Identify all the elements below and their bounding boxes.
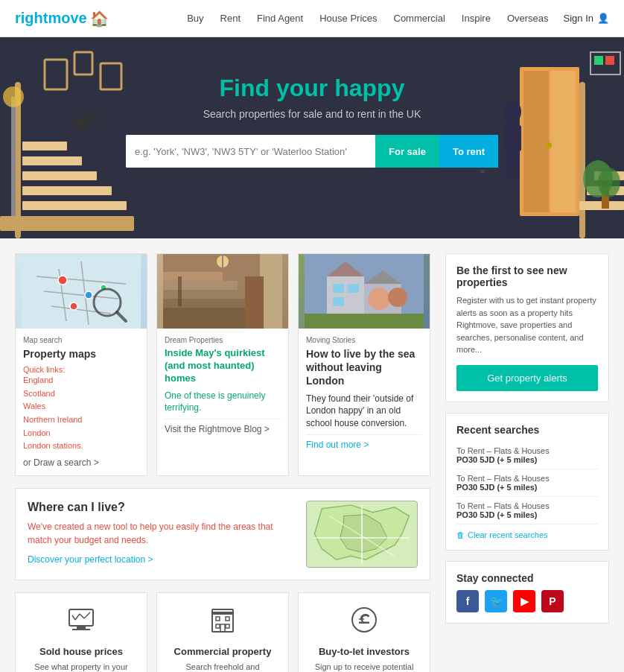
nav-overseas[interactable]: Overseas <box>507 13 549 24</box>
buy-to-let-icon <box>311 605 418 640</box>
rightmove-blog-link[interactable]: Visit the Rightmove Blog > <box>165 419 281 434</box>
svg-rect-4 <box>22 171 97 180</box>
link-wales[interactable]: Wales <box>23 400 139 413</box>
svg-point-47 <box>85 291 92 299</box>
commercial-property-card: Commercial property Search freehold and … <box>156 592 289 672</box>
social-icons-row: f 🐦 ▶ P <box>456 590 598 612</box>
where-desc-before: We've created a new tool to help you eas… <box>28 522 255 532</box>
logo-text: rightmove <box>15 10 87 27</box>
link-england[interactable]: England <box>23 374 139 387</box>
recent-searches-title: Recent searches <box>456 424 598 436</box>
card-category-map: Map search <box>23 336 139 344</box>
logo[interactable]: rightmove 🏠 <box>15 10 109 28</box>
svg-point-94 <box>352 608 376 632</box>
svg-rect-55 <box>163 290 252 299</box>
stay-connected-section: Stay connected f 🐦 ▶ P <box>445 561 609 624</box>
nav-house-prices[interactable]: House Prices <box>319 13 377 24</box>
twitter-icon[interactable]: 🐦 <box>485 590 507 612</box>
where-desc-after: match your budget and needs. <box>28 535 148 545</box>
map-thumbnail-svg <box>22 254 141 329</box>
recent-item-2-type: To Rent – Flats & Houses <box>456 474 598 483</box>
recent-search-item-1[interactable]: To Rent – Flats & Houses PO30 5JD (+ 5 m… <box>456 442 598 469</box>
svg-point-74 <box>388 288 407 307</box>
youtube-icon[interactable]: ▶ <box>513 590 535 612</box>
svg-rect-93 <box>220 624 225 632</box>
for-sale-button[interactable]: For sale <box>375 135 439 168</box>
svg-rect-87 <box>212 612 233 632</box>
to-rent-button[interactable]: To rent <box>439 135 498 168</box>
buy-to-let-desc: Sign up to receive potential investment … <box>311 662 418 672</box>
navigation: rightmove 🏠 Buy Rent Find Agent House Pr… <box>0 0 624 37</box>
location-search-input[interactable] <box>126 135 375 168</box>
svg-rect-82 <box>72 629 90 630</box>
svg-rect-2 <box>22 201 127 210</box>
get-property-alerts-button[interactable]: Get property alerts <box>456 365 598 391</box>
map-search-card: Map search Property maps Quick links: En… <box>15 253 147 476</box>
property-alerts-section: Be the first to see new properties Regis… <box>445 253 609 402</box>
recent-item-3-location: PO30 5JD (+ 5 miles) <box>456 510 598 519</box>
recent-search-item-2[interactable]: To Rent – Flats & Houses PO30 5JD (+ 5 m… <box>456 469 598 497</box>
buy-to-let-card: Buy-to-let investors Sign up to receive … <box>298 592 430 672</box>
sold-house-prices-card: Sold house prices See what property in y… <box>15 592 147 672</box>
nav-buy[interactable]: Buy <box>187 13 203 24</box>
map-quick-links: Quick links: England Scotland Wales Nort… <box>23 365 139 453</box>
svg-rect-56 <box>163 281 238 290</box>
hero-content: Find your happy Search properties for sa… <box>0 37 624 168</box>
dream-properties-card: Dream Properties Inside May's quirkiest … <box>156 253 289 476</box>
link-london[interactable]: London <box>23 427 139 440</box>
card-title-dream: Inside May's quirkiest (and most haunted… <box>165 347 281 385</box>
map-search-image <box>16 254 147 329</box>
nav-find-agent[interactable]: Find Agent <box>257 13 303 24</box>
recent-item-3-type: To Rent – Flats & Houses <box>456 501 598 510</box>
card-desc-dream: One of these is genuinely terrifying. <box>165 390 281 415</box>
facebook-icon[interactable]: f <box>456 590 479 612</box>
svg-rect-80 <box>69 609 93 626</box>
where-can-i-live-card: Where can I live? We've created a new to… <box>15 488 430 580</box>
commercial-title: Commercial property <box>169 646 276 657</box>
svg-line-86 <box>84 612 90 618</box>
svg-rect-68 <box>333 284 344 293</box>
discover-location-link[interactable]: Discover your perfect location > <box>28 554 153 565</box>
nav-commercial[interactable]: Commercial <box>394 13 445 24</box>
map-search-card-body: Map search Property maps Quick links: En… <box>16 329 147 475</box>
svg-rect-3 <box>22 186 112 195</box>
where-title: Where can I live? <box>28 501 294 514</box>
quick-links-label: Quick links: <box>23 365 65 374</box>
card-desc-moving: They found their 'outside of London happ… <box>306 393 422 430</box>
recent-item-1-type: To Rent – Flats & Houses <box>456 446 598 455</box>
recent-search-item-3[interactable]: To Rent – Flats & Houses PO30 5JD (+ 5 m… <box>456 497 598 524</box>
svg-point-26 <box>598 168 620 197</box>
feature-cards-row: Map search Property maps Quick links: En… <box>15 253 430 476</box>
recent-item-2-location: PO30 5JD (+ 5 miles) <box>456 483 598 492</box>
main-content: Map search Property maps Quick links: En… <box>0 238 624 672</box>
sign-in-label: Sign In <box>564 13 593 24</box>
link-northern-ireland[interactable]: Northern Ireland <box>23 413 139 427</box>
svg-line-85 <box>80 614 84 618</box>
nav-rent[interactable]: Rent <box>220 13 241 24</box>
commercial-desc: Search freehold and leasehold commercial… <box>169 662 276 672</box>
interior-thumbnail-svg <box>163 254 282 329</box>
bottom-feature-cards: Sold house prices See what property in y… <box>15 592 430 672</box>
hero-subtitle: Search properties for sale and to rent i… <box>0 108 624 120</box>
find-out-more-link[interactable]: Find out more > <box>306 434 422 450</box>
svg-rect-91 <box>216 624 220 628</box>
link-scotland[interactable]: Scotland <box>23 387 139 401</box>
clear-recent-searches-button[interactable]: 🗑 Clear recent searches <box>456 530 598 539</box>
alerts-title: Be the first to see new properties <box>456 264 598 288</box>
nav-links: Buy Rent Find Agent House Prices Commerc… <box>187 13 548 24</box>
pound-icon-svg <box>349 605 379 635</box>
sidebar: Be the first to see new properties Regis… <box>445 253 609 672</box>
clear-label: Clear recent searches <box>468 530 548 539</box>
search-bar: For sale To rent <box>126 135 498 168</box>
svg-line-83 <box>72 615 75 620</box>
sign-in-button[interactable]: Sign In 👤 <box>564 13 609 24</box>
moving-stories-card-body: Moving Stories How to live by the sea wi… <box>299 329 430 457</box>
where-desc-highlight: that <box>255 522 273 532</box>
card-title-moving: How to live by the sea without leaving L… <box>306 347 422 388</box>
pinterest-icon[interactable]: P <box>541 590 564 612</box>
nav-inspire[interactable]: Inspire <box>462 13 491 24</box>
link-london-stations[interactable]: London stations. <box>23 440 139 453</box>
where-desc: We've created a new tool to help you eas… <box>28 520 294 547</box>
draw-search-link[interactable]: or Draw a search > <box>23 457 139 468</box>
svg-rect-81 <box>77 626 86 629</box>
